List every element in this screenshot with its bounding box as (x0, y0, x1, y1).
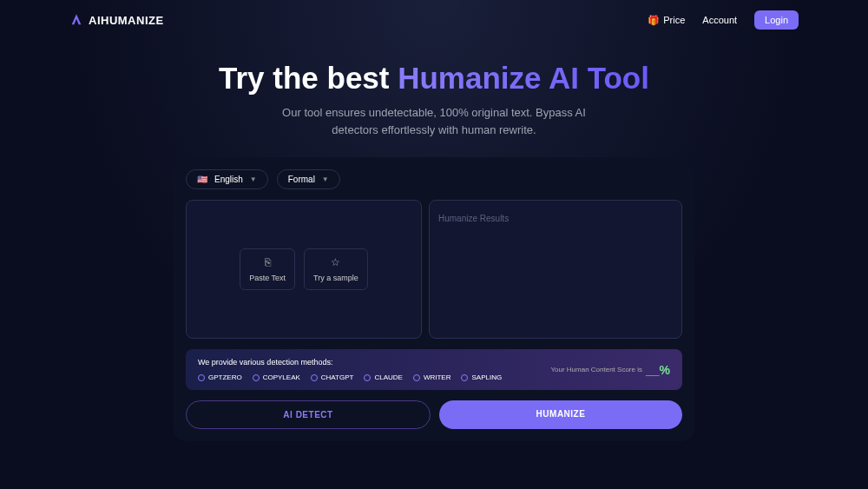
detection-method-gptzero[interactable]: GPTZERO (198, 373, 242, 381)
login-button[interactable]: Login (754, 10, 799, 30)
paste-icon: ⎘ (265, 256, 271, 268)
tool-container: 🇺🇸 English ▼ Formal ▼ ⎘ Paste Text ☆ Try… (174, 157, 694, 441)
results-placeholder: Humanize Results (438, 214, 509, 223)
tone-selector[interactable]: Formal ▼ (277, 169, 340, 189)
radio-icon (461, 374, 468, 381)
radio-icon (198, 374, 205, 381)
logo[interactable]: AIHUMANIZE (69, 13, 164, 27)
humanize-button[interactable]: HUMANIZE (439, 400, 682, 429)
flag-icon: 🇺🇸 (197, 175, 207, 184)
hero-subtitle: Our tool ensures undetectable, 100% orig… (0, 104, 868, 138)
detection-bar: We provide various detection methods: GP… (186, 349, 682, 390)
radio-icon (311, 374, 318, 381)
radio-icon (364, 374, 371, 381)
gift-icon: 🎁 (648, 15, 660, 26)
detection-method-chatgpt[interactable]: CHATGPT (311, 373, 354, 381)
detection-methods: GPTZERO COPYLEAK CHATGPT CLAUDE WRITER (198, 373, 550, 381)
results-panel: Humanize Results (429, 200, 682, 339)
chevron-down-icon: ▼ (250, 175, 257, 183)
language-selector[interactable]: 🇺🇸 English ▼ (186, 169, 268, 189)
panels: ⎘ Paste Text ☆ Try a sample Humanize Res… (186, 200, 682, 339)
chevron-down-icon: ▼ (322, 175, 329, 183)
try-sample-button[interactable]: ☆ Try a sample (304, 248, 368, 290)
detection-title: We provide various detection methods: (198, 358, 550, 367)
hero-title: Try the best Humanize AI Tool (0, 61, 868, 96)
logo-text: AIHUMANIZE (89, 14, 164, 27)
detection-method-writer[interactable]: WRITER (413, 373, 451, 381)
star-icon: ☆ (331, 256, 340, 268)
detection-method-sapling[interactable]: SAPLING (461, 373, 502, 381)
detection-method-claude[interactable]: CLAUDE (364, 373, 402, 381)
hero: Try the best Humanize AI Tool Our tool e… (0, 61, 868, 138)
paste-text-button[interactable]: ⎘ Paste Text (240, 248, 295, 290)
input-panel[interactable]: ⎘ Paste Text ☆ Try a sample (186, 200, 422, 339)
radio-icon (253, 374, 260, 381)
nav-account[interactable]: Account (702, 15, 737, 25)
ai-detect-button[interactable]: AI DETECT (186, 400, 431, 429)
nav-price-label: Price (663, 15, 685, 25)
selectors: 🇺🇸 English ▼ Formal ▼ (186, 169, 682, 189)
logo-icon (69, 13, 83, 27)
radio-icon (413, 374, 420, 381)
detection-method-copyleak[interactable]: COPYLEAK (253, 373, 300, 381)
action-buttons: AI DETECT HUMANIZE (186, 400, 682, 429)
header: AIHUMANIZE 🎁 Price Account Login (0, 0, 868, 40)
nav: 🎁 Price Account Login (648, 10, 799, 30)
score-display: Your Human Content Score is __% (550, 363, 670, 377)
nav-price[interactable]: 🎁 Price (648, 15, 685, 26)
